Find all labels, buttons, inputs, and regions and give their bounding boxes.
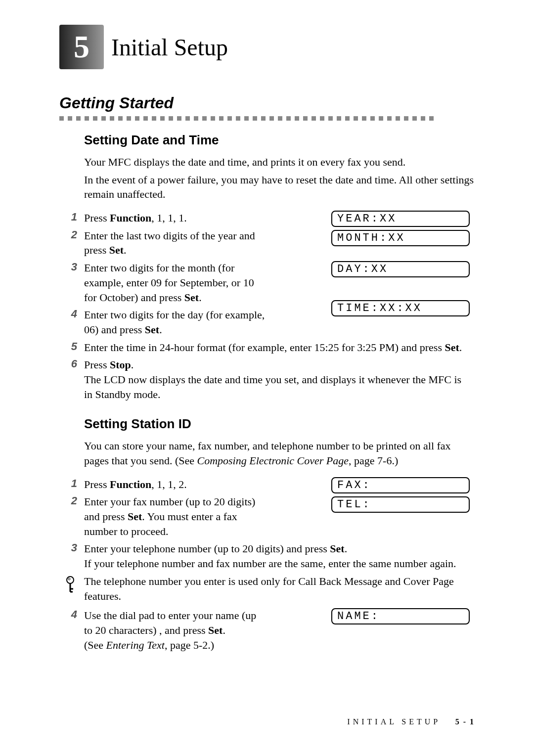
step-number: 5 bbox=[59, 340, 84, 353]
subsection-station-title: Setting Station ID bbox=[84, 416, 475, 432]
lcd-day: DAY:XX bbox=[331, 261, 470, 277]
step-number: 3 bbox=[59, 261, 84, 273]
step-text: Press Function, 1, 1, 1. bbox=[84, 211, 272, 225]
step-text: Enter your fax number (up to 20 digits) … bbox=[84, 494, 272, 538]
step-number: 1 bbox=[59, 211, 84, 223]
step-text: Use the dial pad to enter your name (up … bbox=[84, 608, 272, 652]
step-number: 4 bbox=[59, 608, 84, 621]
subsection-date-title: Setting Date and Time bbox=[84, 133, 475, 148]
chapter-title: Initial Setup bbox=[111, 34, 228, 61]
step-number: 4 bbox=[59, 308, 84, 320]
section-divider bbox=[59, 116, 475, 121]
key-icon bbox=[64, 574, 84, 597]
date-step-6: 6 Press Stop. The LCD now displays the d… bbox=[59, 357, 475, 401]
lcd-year: YEAR:XX bbox=[331, 211, 470, 227]
date-step-1: 1 Press Function, 1, 1, 1. bbox=[59, 211, 331, 225]
lcd-tel: TEL: bbox=[331, 496, 470, 513]
step-text: Enter the last two digits of the year an… bbox=[84, 228, 272, 258]
date-step-5: 5 Enter the time in 24-hour format (for … bbox=[59, 340, 475, 355]
step-text: Press Stop. The LCD now displays the dat… bbox=[84, 357, 475, 401]
step-number: 2 bbox=[59, 494, 84, 507]
date-step-3: 3 Enter two digits for the month (for ex… bbox=[59, 261, 331, 305]
lcd-month: MONTH:XX bbox=[331, 230, 470, 246]
station-step-2: 2 Enter your fax number (up to 20 digits… bbox=[59, 494, 331, 538]
step-text: Press Function, 1, 1, 2. bbox=[84, 477, 272, 492]
lcd-fax: FAX: bbox=[331, 477, 470, 493]
page-footer: INITIAL SETUP 5 - 1 bbox=[347, 717, 475, 726]
footer-page: 5 - 1 bbox=[455, 717, 475, 726]
note: The telephone number you enter is used o… bbox=[64, 574, 475, 603]
svg-point-0 bbox=[67, 577, 74, 583]
step-text: Enter two digits for the month (for exam… bbox=[84, 261, 272, 305]
step-text: Enter the time in 24-hour format (for ex… bbox=[84, 340, 475, 355]
chapter-number: 5 bbox=[74, 29, 89, 65]
date-intro-2: In the event of a power failure, you may… bbox=[84, 173, 475, 202]
date-step-4: 4 Enter two digits for the day (for exam… bbox=[59, 308, 331, 337]
step-number: 1 bbox=[59, 477, 84, 490]
chapter-number-box: 5 bbox=[59, 25, 104, 69]
step-text: Enter your telephone number (up to 20 di… bbox=[84, 541, 475, 571]
lcd-time: TIME:XX:XX bbox=[331, 300, 470, 316]
step-number: 2 bbox=[59, 228, 84, 241]
section-title: Getting Started bbox=[59, 94, 475, 112]
lcd-name: NAME: bbox=[331, 608, 470, 624]
note-text: The telephone number you enter is used o… bbox=[84, 574, 475, 603]
chapter-header: 5 Initial Setup bbox=[59, 25, 475, 69]
date-step-2: 2 Enter the last two digits of the year … bbox=[59, 228, 331, 258]
step-number: 3 bbox=[59, 541, 84, 554]
station-intro: You can store your name, fax number, and… bbox=[84, 439, 475, 468]
svg-point-1 bbox=[68, 578, 70, 580]
station-step-4: 4 Use the dial pad to enter your name (u… bbox=[59, 608, 331, 652]
step-text: Enter two digits for the day (for exampl… bbox=[84, 308, 272, 337]
footer-label: INITIAL SETUP bbox=[347, 717, 440, 726]
station-step-1: 1 Press Function, 1, 1, 2. bbox=[59, 477, 331, 492]
step-number: 6 bbox=[59, 357, 84, 370]
station-step-3: 3 Enter your telephone number (up to 20 … bbox=[59, 541, 475, 571]
date-intro-1: Your MFC displays the date and time, and… bbox=[84, 155, 475, 170]
